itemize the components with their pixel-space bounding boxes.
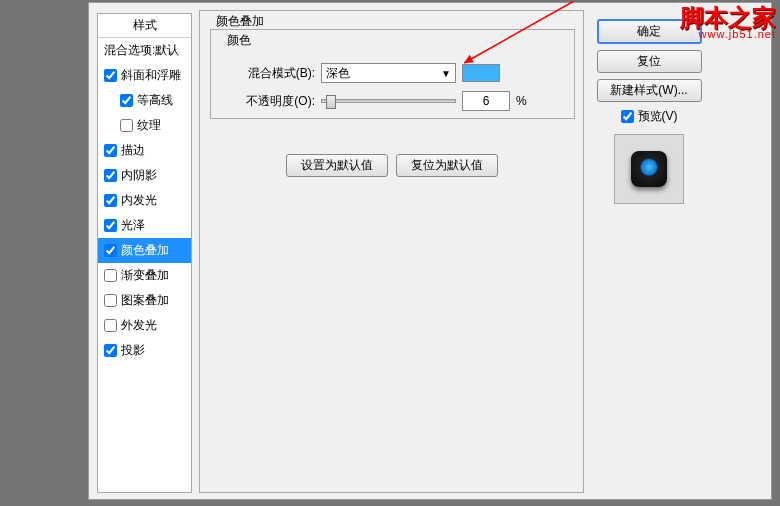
layer-style-dialog: 样式 混合选项:默认斜面和浮雕等高线纹理描边内阴影内发光光泽颜色叠加渐变叠加图案…	[88, 2, 772, 500]
color-swatch[interactable]	[462, 64, 500, 82]
style-item-10[interactable]: 图案叠加	[98, 288, 191, 313]
preview-image	[631, 151, 667, 187]
style-item-7[interactable]: 光泽	[98, 213, 191, 238]
style-item-0[interactable]: 混合选项:默认	[98, 38, 191, 63]
style-checkbox[interactable]	[104, 294, 117, 307]
style-checkbox[interactable]	[104, 219, 117, 232]
preview-checkbox[interactable]	[621, 110, 634, 123]
opacity-input[interactable]: 6	[462, 91, 510, 111]
style-label: 混合选项:默认	[104, 42, 179, 59]
style-label: 描边	[121, 142, 145, 159]
opacity-row: 不透明度(O): 6 %	[227, 91, 566, 111]
reset-default-button[interactable]: 复位为默认值	[396, 154, 498, 177]
style-item-1[interactable]: 斜面和浮雕	[98, 63, 191, 88]
color-group: 颜色 混合模式(B): 深色 ▼ 不透明度(O): 6	[210, 29, 575, 119]
blend-mode-select[interactable]: 深色 ▼	[321, 63, 456, 83]
default-buttons-row: 设置为默认值 复位为默认值	[208, 154, 575, 177]
opacity-slider[interactable]	[321, 99, 456, 103]
style-item-2[interactable]: 等高线	[98, 88, 191, 113]
set-default-button[interactable]: 设置为默认值	[286, 154, 388, 177]
preview-label: 预览(V)	[638, 108, 678, 125]
opacity-unit: %	[516, 94, 527, 108]
right-panel: 确定 复位 新建样式(W)... 预览(V)	[589, 19, 709, 212]
style-checkbox[interactable]	[104, 144, 117, 157]
preview-checkbox-label[interactable]: 预览(V)	[621, 108, 678, 125]
style-checkbox[interactable]	[104, 194, 117, 207]
main-panel: 颜色叠加 颜色 混合模式(B): 深色 ▼ 不透明度(O):	[199, 10, 584, 493]
style-label: 颜色叠加	[121, 242, 169, 259]
style-checkbox[interactable]	[104, 269, 117, 282]
style-item-5[interactable]: 内阴影	[98, 163, 191, 188]
style-label: 外发光	[121, 317, 157, 334]
styles-panel: 样式 混合选项:默认斜面和浮雕等高线纹理描边内阴影内发光光泽颜色叠加渐变叠加图案…	[97, 13, 192, 493]
style-item-12[interactable]: 投影	[98, 338, 191, 363]
style-label: 内发光	[121, 192, 157, 209]
chevron-down-icon: ▼	[441, 68, 451, 79]
preview-section: 预览(V)	[589, 108, 709, 204]
style-label: 渐变叠加	[121, 267, 169, 284]
style-item-3[interactable]: 纹理	[98, 113, 191, 138]
color-overlay-group: 颜色叠加 颜色 混合模式(B): 深色 ▼ 不透明度(O):	[199, 10, 584, 493]
style-label: 投影	[121, 342, 145, 359]
cancel-button[interactable]: 复位	[597, 50, 702, 73]
style-item-6[interactable]: 内发光	[98, 188, 191, 213]
style-item-4[interactable]: 描边	[98, 138, 191, 163]
style-checkbox[interactable]	[104, 319, 117, 332]
styles-header: 样式	[98, 14, 191, 38]
style-label: 内阴影	[121, 167, 157, 184]
style-checkbox[interactable]	[120, 94, 133, 107]
style-checkbox[interactable]	[104, 244, 117, 257]
style-label: 图案叠加	[121, 292, 169, 309]
blend-mode-label: 混合模式(B):	[227, 65, 315, 82]
ok-button[interactable]: 确定	[597, 19, 702, 44]
new-style-button[interactable]: 新建样式(W)...	[597, 79, 702, 102]
color-group-title: 颜色	[223, 32, 255, 49]
style-item-8[interactable]: 颜色叠加	[98, 238, 191, 263]
style-checkbox[interactable]	[120, 119, 133, 132]
preview-thumbnail	[614, 134, 684, 204]
blend-mode-row: 混合模式(B): 深色 ▼	[227, 63, 566, 83]
style-label: 等高线	[137, 92, 173, 109]
opacity-label: 不透明度(O):	[227, 93, 315, 110]
slider-thumb[interactable]	[326, 95, 336, 109]
style-checkbox[interactable]	[104, 169, 117, 182]
style-item-9[interactable]: 渐变叠加	[98, 263, 191, 288]
style-label: 斜面和浮雕	[121, 67, 181, 84]
group-title: 颜色叠加	[212, 13, 268, 30]
style-item-11[interactable]: 外发光	[98, 313, 191, 338]
style-checkbox[interactable]	[104, 69, 117, 82]
style-checkbox[interactable]	[104, 344, 117, 357]
style-label: 光泽	[121, 217, 145, 234]
blend-mode-value: 深色	[326, 65, 350, 82]
style-label: 纹理	[137, 117, 161, 134]
